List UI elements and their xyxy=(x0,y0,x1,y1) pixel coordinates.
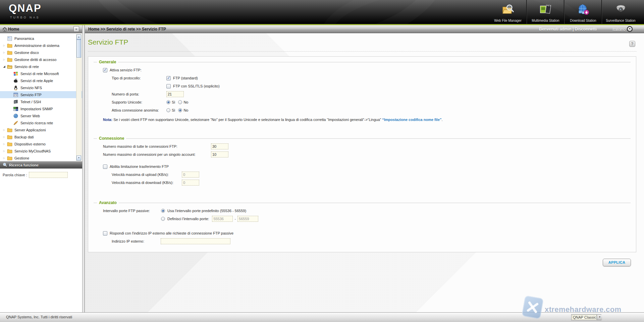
sidebar-collapse-button[interactable]: « xyxy=(73,26,79,32)
folder-open-icon xyxy=(7,64,12,69)
scroll-up-button[interactable]: ▲ xyxy=(76,35,81,40)
logout-link[interactable]: Disconnetti xyxy=(575,27,597,31)
range-from-input[interactable] xyxy=(212,216,233,222)
port-input[interactable] xyxy=(166,91,184,97)
default-range-radio[interactable] xyxy=(161,209,165,213)
web-file-manager-button[interactable]: Web File Manager xyxy=(489,0,527,24)
overview-icon xyxy=(7,36,12,41)
tree-item-gestione-disco[interactable]: ▷ Gestione disco xyxy=(0,49,76,56)
tree-item-servizio-nfs[interactable]: Servizio NFS xyxy=(0,84,82,91)
tree-item-telnet-ssh[interactable]: Telnet / SSH xyxy=(0,98,82,105)
tree-item-server-applicazioni[interactable]: ▷ Server Applicazioni xyxy=(0,126,76,133)
language-label: Italiano xyxy=(612,27,626,32)
language-dropdown-button[interactable]: ▼ xyxy=(627,26,633,32)
header-bar: Home « Home >> Servizio di rete >> Servi… xyxy=(0,25,644,33)
ftp-ssl-checkbox[interactable] xyxy=(166,84,171,88)
tree-item-backup-dati[interactable]: ▷ Backup dati xyxy=(0,133,76,140)
theme-select[interactable]: QNAP Classic ▼ xyxy=(571,314,601,320)
theme-select-value: QNAP Classic xyxy=(573,315,596,319)
external-ip-input[interactable] xyxy=(161,238,230,244)
external-ip-respond-checkbox[interactable] xyxy=(103,231,107,236)
tree-item-gestione-diritti-di-accesso[interactable]: ▷ Gestione diritti di accesso xyxy=(0,56,76,63)
tree-item-servizio-ricerca-rete[interactable]: Servizio ricerca rete xyxy=(0,119,82,126)
tree-item-impostazioni-snmp[interactable]: Impostazioni SNMP xyxy=(0,105,82,112)
note-suffix: . xyxy=(442,118,443,122)
tree-item-server-web[interactable]: Server Web xyxy=(0,112,82,119)
tree-item-dispositivo-esterno[interactable]: ▷ Dispositivo esterno xyxy=(0,140,76,147)
search-icon xyxy=(3,162,7,168)
tree-item-servizio-mycloudnas[interactable]: ▷ Servizio MyCloudNAS xyxy=(0,147,76,154)
settings-box: Generale ✓ Attiva servizio FTP: Tipo di … xyxy=(88,56,636,252)
download-station-button[interactable]: Download Station xyxy=(564,0,602,24)
passive-range-custom-row: Definisci l'intervallo porte: - xyxy=(94,215,631,223)
folder-icon xyxy=(7,127,12,133)
expand-arrow-icon[interactable]: ▷ xyxy=(2,150,6,152)
keyword-input[interactable] xyxy=(29,172,68,178)
help-button[interactable]: ? xyxy=(629,41,635,47)
multimedia-station-icon xyxy=(539,3,553,18)
sidebar-header-title: Home xyxy=(8,27,19,31)
sidebar: Panoramica ▷ Amministrazione di sistema … xyxy=(0,33,82,312)
default-range-label: Usa l'intervallo porte predefinito (5553… xyxy=(167,209,246,213)
max-single-account-input[interactable] xyxy=(211,151,228,157)
transfer-limit-checkbox[interactable] xyxy=(103,165,107,169)
unicode-no-radio[interactable] xyxy=(178,100,182,104)
station-label: Download Station xyxy=(570,19,596,22)
protocol-label: Tipo di protocollo: xyxy=(112,76,166,80)
fieldset-generale: Generale ✓ Attiva servizio FTP: Tipo di … xyxy=(94,62,631,134)
collapse-arrow-icon[interactable]: ◢ xyxy=(2,65,6,68)
folder-icon xyxy=(7,57,12,62)
ftp-standard-checkbox[interactable]: ✓ xyxy=(166,76,171,80)
tree-item-servizi-di-rete-apple[interactable]: Servizi di rete Apple xyxy=(0,77,82,84)
note-encoding-link[interactable]: “Impostazione codifica nome file” xyxy=(382,118,441,122)
range-to-input[interactable] xyxy=(237,216,258,222)
page-title: Servizio FTP xyxy=(88,38,128,46)
ftp-ssl-label: FTP con SSL/TLS (esplicito) xyxy=(173,84,220,88)
scrollbar-thumb[interactable] xyxy=(76,40,81,58)
anonymous-yes-radio[interactable] xyxy=(166,108,170,112)
separator: | xyxy=(573,27,574,31)
expand-arrow-icon[interactable]: ▷ xyxy=(2,44,6,47)
anonymous-yes-label: Sì xyxy=(172,108,175,112)
svg-text:FTP: FTP xyxy=(14,94,18,96)
note-text: Se i vostri client FTP non supportano Un… xyxy=(112,118,382,122)
multimedia-station-button[interactable]: Multimedia Station xyxy=(527,0,564,24)
unicode-yes-radio[interactable] xyxy=(166,100,170,104)
legend-connessione: Connessione xyxy=(97,136,126,141)
tree-item-servizi-di-rete-microsoft[interactable]: Servizi di rete Microsoft xyxy=(0,70,82,77)
expand-arrow-icon[interactable]: ▷ xyxy=(2,51,6,54)
expand-arrow-icon[interactable]: ▷ xyxy=(2,129,6,131)
enable-ftp-checkbox[interactable]: ✓ xyxy=(103,68,107,72)
max-download-input[interactable] xyxy=(182,180,199,186)
tree-item-servizio-ftp[interactable]: FTP Servizio FTP xyxy=(0,91,82,98)
anonymous-no-radio[interactable] xyxy=(178,108,182,112)
unicode-note: Nota: Se i vostri client FTP non support… xyxy=(103,118,631,122)
function-search-panel-header[interactable]: Ricerca funzione xyxy=(0,161,82,169)
max-connections-row: Numero massimo di tutte le connessioni F… xyxy=(94,142,631,150)
folder-icon xyxy=(7,148,12,154)
passive-range-label: Intervallo porte FTP passive: xyxy=(103,209,161,213)
tree-item-panoramica[interactable]: Panoramica xyxy=(0,35,76,42)
apply-button[interactable]: APPLICA xyxy=(603,259,631,266)
theme-select-arrow-icon[interactable]: ▼ xyxy=(597,315,602,320)
navigation-tree: Panoramica ▷ Amministrazione di sistema … xyxy=(0,33,82,161)
welcome-admin-link[interactable]: Benvenuti admin xyxy=(539,27,572,31)
tree-item-amministrazione-di-sistema[interactable]: ▷ Amministrazione di sistema xyxy=(0,42,76,49)
expand-arrow-icon[interactable]: ▷ xyxy=(2,136,6,138)
surveillance-station-button[interactable]: Surveillance Station xyxy=(602,0,639,24)
max-connections-input[interactable] xyxy=(211,143,228,149)
scroll-down-button[interactable]: ▼ xyxy=(76,155,81,160)
station-shortcuts: Web File Manager Multimedia Station Down… xyxy=(489,0,639,24)
expand-arrow-icon[interactable]: ▷ xyxy=(2,58,6,61)
custom-range-label: Definisci l'intervallo porte: xyxy=(167,217,209,221)
expand-arrow-icon[interactable]: ▷ xyxy=(2,157,6,159)
top-banner: QNAP TURBO NAS Web File Manager Multimed… xyxy=(0,0,644,24)
tree-item-gestione[interactable]: ▷ Gestione xyxy=(0,154,76,161)
custom-range-radio[interactable] xyxy=(161,217,165,221)
tree-item-servizio-di-rete[interactable]: ◢ Servizio di rete xyxy=(0,63,76,70)
expand-arrow-icon[interactable]: ▷ xyxy=(2,143,6,145)
keyword-row: Parola chiave : xyxy=(0,169,82,181)
max-single-account-label: Numero massimo di connessioni per un sin… xyxy=(103,152,211,156)
max-upload-input[interactable] xyxy=(182,172,199,178)
tree-scrollbar[interactable]: ▲ ▼ xyxy=(76,34,82,161)
